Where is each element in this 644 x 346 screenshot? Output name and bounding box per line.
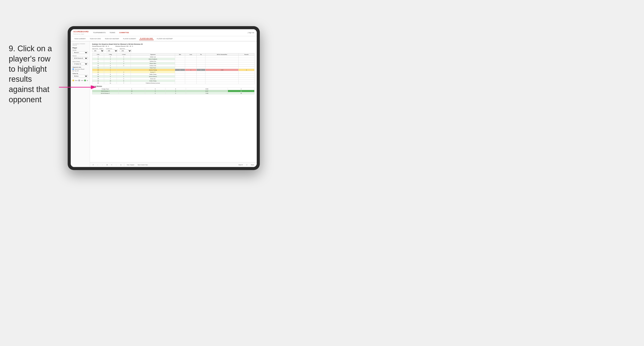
ood-table-row[interactable]: NCAA Division 2 5 0 0 7.400 10	[92, 92, 254, 94]
div-cell: 9	[92, 62, 104, 65]
tie-cell	[197, 71, 206, 73]
sub-nav-team-summary[interactable]: TEAM SUMMARY	[73, 37, 87, 40]
loss-cell	[185, 56, 197, 58]
opponent-cell: Esther Lee	[131, 56, 175, 58]
table-row[interactable]: 11 3 Hyejo Hyun	[92, 67, 254, 69]
tie-cell	[197, 82, 206, 84]
div-cell: 18	[92, 78, 104, 80]
table-row[interactable]: 10 6 3 Andrea York	[92, 65, 254, 67]
rounds-cell	[238, 65, 254, 67]
legend-label-level: Level	[81, 80, 84, 81]
ood-label-cell: Foreign Team	[92, 88, 118, 90]
win-cell	[175, 73, 185, 75]
annotation-content: 9. Click on a player's row to highlight …	[9, 44, 52, 104]
sub-nav-team-h2h-heatmap[interactable]: TEAM H2H HEATMAP	[104, 37, 120, 40]
player-rank-label: Player (Rank)	[72, 61, 88, 62]
radio-top-100[interactable]: Top 100	[72, 70, 88, 71]
table-row[interactable]: 16 9 1 Jessica Mason	[92, 75, 254, 78]
rounds-cell	[238, 78, 254, 80]
bottom-toolbar: ↺ ← → ⊞ ✂ ··· ◷ View: Original Save Cust…	[90, 162, 257, 167]
reg-cell: 8	[104, 73, 117, 75]
forward-btn[interactable]: →	[101, 164, 104, 166]
back-btn[interactable]: ←	[96, 164, 99, 166]
player-rank-select[interactable]: 8. Katelyn Vo	[72, 63, 88, 65]
diff-cell	[206, 71, 238, 73]
reg-cell: 5	[104, 56, 117, 58]
conference-select[interactable]: (All)	[106, 49, 118, 52]
reg-cell: 2	[104, 58, 117, 60]
table-row[interactable]: 20 11 7 Federica Domecq Lacroze	[92, 82, 254, 84]
nav-tournaments[interactable]: TOURNAMENTS	[93, 31, 106, 34]
colour-by-select[interactable]: Win/loss	[72, 75, 88, 77]
filter-region: Opponents: Region (All)	[92, 48, 104, 52]
sub-nav-player-summary[interactable]: PLAYER SUMMARY	[122, 37, 137, 40]
share-btn[interactable]: Share	[250, 164, 255, 166]
reg-cell: 9	[104, 75, 117, 78]
ood-win-cell: 1	[118, 88, 145, 90]
region-select[interactable]: (All)	[92, 49, 104, 52]
gender-select[interactable]: Women's	[72, 51, 88, 54]
diff-cell	[206, 82, 238, 84]
table-row[interactable]: 5 2 2 Alexis Sudjianto	[92, 58, 254, 60]
export-btn[interactable]: ⬡	[245, 164, 248, 166]
scissors-btn[interactable]: ✂	[110, 164, 113, 166]
ood-table-row[interactable]: NAIA Division 1 15 0 0 9.267 30	[92, 90, 254, 92]
diff-cell	[206, 65, 238, 67]
ood-win-cell: 15	[118, 90, 145, 92]
opponent-view-label: Opponent view	[72, 66, 88, 68]
colour-by-label: Colour by	[72, 73, 88, 74]
clock-btn[interactable]: ◷	[120, 164, 122, 166]
ood-table-row[interactable]: Foreign Team 1 0 0 4.500 2	[92, 88, 254, 90]
loss-cell	[185, 65, 197, 67]
division-select[interactable]: NCAA Division III	[72, 57, 88, 59]
rounds-cell	[238, 73, 254, 75]
th-rounds: Rounds	[238, 53, 254, 56]
ood-tie-cell: 0	[166, 88, 186, 90]
diff-cell	[206, 73, 238, 75]
sub-nav-team-h2h-grid[interactable]: TEAM H2H GRID	[89, 37, 102, 40]
th-loss: Loss	[185, 53, 197, 56]
th-reg: # Reg	[104, 53, 117, 56]
sub-nav-player-h2h-grid[interactable]: PLAYER H2H GRID	[139, 37, 154, 40]
division-label: Division	[72, 55, 88, 56]
opponent-cell: Andrea York	[131, 65, 175, 67]
th-conf: # Conf	[117, 53, 131, 56]
ood-rounds-cell: 30	[228, 90, 254, 92]
reg-cell: 1	[104, 60, 117, 62]
out-of-division-table: Foreign Team 1 0 0 4.500 2 NAIA Division…	[92, 88, 254, 94]
filters-row: Opponents: Region (All) Conference (All)	[92, 48, 254, 52]
dots-btn[interactable]: ···	[115, 164, 118, 166]
sign-out[interactable]: | Sign out	[248, 32, 254, 33]
table-row[interactable]: 13 1 Jessica Huang 0 1 0 -3.00 2	[92, 69, 254, 71]
table-row[interactable]: 19 10 6 Emily Chang	[92, 80, 254, 82]
win-cell	[175, 65, 185, 67]
th-div: # Div	[92, 53, 104, 56]
grid-btn[interactable]: ⊞	[106, 164, 108, 166]
table-row[interactable]: 3 5 1 Esther Lee	[92, 56, 254, 58]
nav-committee[interactable]: COMMITTEE	[119, 31, 129, 34]
ood-diff-cell: 7.400	[186, 92, 228, 94]
rounds-cell	[238, 60, 254, 62]
save-custom-view-btn[interactable]: Save Custom View	[137, 164, 148, 166]
table-row[interactable]: 9 1 4 Sharon Mun	[92, 62, 254, 65]
watch-btn[interactable]: Watch ▾	[238, 164, 244, 166]
rounds-cell	[238, 82, 254, 84]
sub-nav-player-h2h-heatmap[interactable]: PLAYER H2H HEATMAP	[156, 37, 174, 40]
legend-label-down: Down	[75, 80, 78, 81]
div-cell: 5	[92, 58, 104, 60]
opponent-select[interactable]: (All)	[120, 49, 132, 52]
view-original-btn[interactable]: View: Original	[126, 164, 135, 166]
ood-label-cell: NAIA Division 1	[92, 90, 118, 92]
table-row[interactable]: 18 2 2 Euna Lee	[92, 78, 254, 80]
win-cell	[175, 56, 185, 58]
table-row[interactable]: 14 7 4 Eunice Yi	[92, 71, 254, 73]
nav-teams[interactable]: TEAMS	[110, 31, 115, 34]
opponent-cell: Emily Chang	[131, 80, 175, 82]
undo-btn[interactable]: ↺	[92, 164, 94, 166]
reg-cell: 1	[104, 69, 117, 71]
radio-opponents-played[interactable]: Opponents Played	[72, 68, 88, 70]
table-row[interactable]: 15 8 5 Stella Cheng	[92, 73, 254, 75]
opponent-cell: Federica Domecq Lacroze	[131, 82, 175, 84]
table-row[interactable]: 6 1 3 Sydney Kuo	[92, 60, 254, 62]
loss-cell	[185, 73, 197, 75]
